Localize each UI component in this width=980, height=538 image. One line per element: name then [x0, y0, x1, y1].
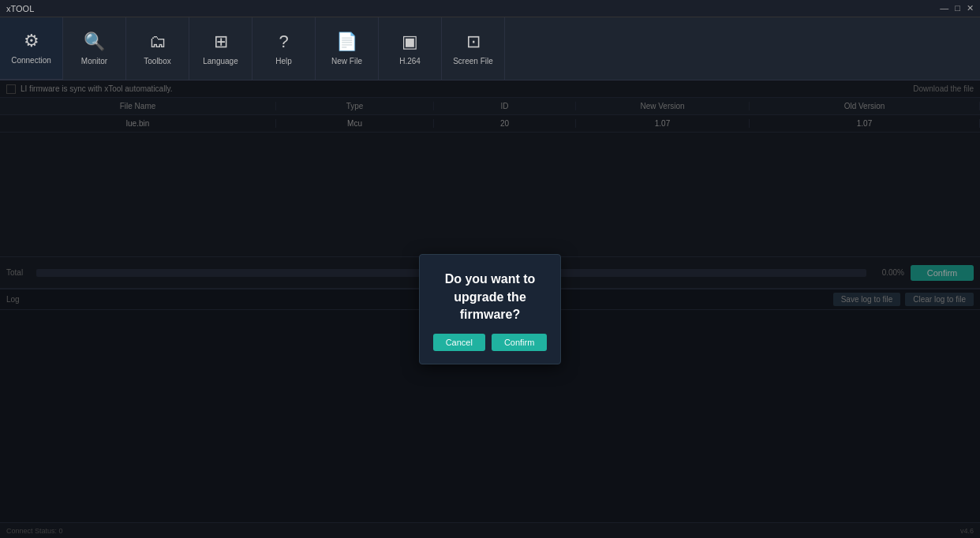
modal-overlay: Do you want to upgrade the firmware? Can…: [0, 80, 980, 538]
screen-file-icon: ⊡: [466, 32, 481, 52]
toolbar-item-toolbox[interactable]: 🗂Toolbox: [126, 17, 189, 80]
toolbar-label-monitor: Monitor: [81, 57, 107, 65]
modal-cancel-button[interactable]: Cancel: [433, 334, 485, 351]
toolbar-item-connection[interactable]: ⚙Connection: [0, 17, 63, 80]
connection-icon: ⚙: [24, 31, 39, 51]
toolbar: ⚙Connection🔍Monitor🗂Toolbox⊞Language?Hel…: [0, 17, 980, 80]
monitor-icon: 🔍: [84, 32, 105, 52]
language-icon: ⊞: [214, 32, 228, 52]
toolbar-label-screen-file: Screen File: [453, 57, 493, 65]
toolbar-label-language: Language: [203, 57, 238, 65]
toolbar-item-h264[interactable]: ▣H.264: [379, 17, 442, 80]
toolbar-label-toolbox: Toolbox: [144, 57, 170, 65]
new-file-icon: 📄: [336, 32, 357, 52]
maximize-button[interactable]: □: [955, 3, 960, 13]
minimize-button[interactable]: —: [940, 3, 948, 13]
main-content: LI firmware is sync with xTool automatic…: [0, 80, 980, 538]
toolbar-item-screen-file[interactable]: ⊡Screen File: [442, 17, 505, 80]
modal-dialog: Do you want to upgrade the firmware? Can…: [419, 254, 561, 364]
help-icon: ?: [279, 32, 288, 52]
toolbar-label-connection: Connection: [11, 56, 51, 65]
toolbar-item-monitor[interactable]: 🔍Monitor: [63, 17, 126, 80]
modal-buttons: Cancel Confirm: [439, 334, 541, 351]
modal-confirm-button[interactable]: Confirm: [492, 334, 548, 351]
title-bar: xTOOL — □ ✕: [0, 0, 980, 17]
title-bar-controls: — □ ✕: [940, 3, 974, 13]
toolbar-label-new-file: New File: [331, 57, 362, 65]
toolbox-icon: 🗂: [149, 32, 166, 52]
h264-icon: ▣: [402, 32, 418, 52]
modal-message: Do you want to upgrade the firmware?: [439, 271, 541, 323]
close-button[interactable]: ✕: [967, 3, 974, 13]
toolbar-item-help[interactable]: ?Help: [252, 17, 316, 80]
toolbar-item-new-file[interactable]: 📄New File: [316, 17, 379, 80]
toolbar-label-h264: H.264: [399, 57, 421, 65]
app-title: xTOOL: [6, 4, 34, 13]
toolbar-label-help: Help: [275, 57, 292, 65]
toolbar-item-language[interactable]: ⊞Language: [189, 17, 252, 80]
